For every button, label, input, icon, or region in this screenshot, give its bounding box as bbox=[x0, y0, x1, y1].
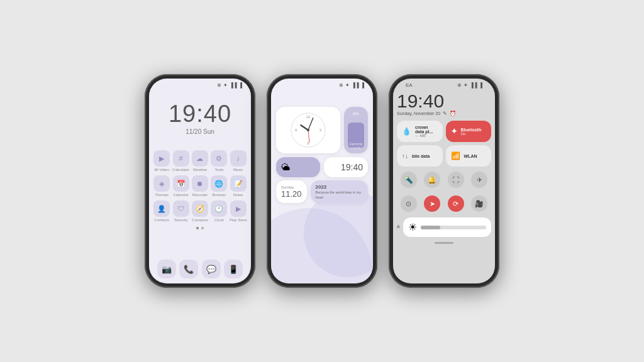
signal-icon-2: ✦ bbox=[345, 82, 350, 88]
cc-grid: 💧 crown data pl... — MB ✦ Bluetooth On bbox=[397, 121, 491, 167]
app-label: Mi Video bbox=[155, 168, 169, 172]
dnd-icon: ⊙ bbox=[406, 200, 411, 208]
lock-date: 11/20 Sun bbox=[149, 128, 251, 135]
wlan-label: WLAN bbox=[464, 154, 477, 158]
app-icon-clock: 🕐 bbox=[211, 200, 227, 217]
airplane-icon: ✈ bbox=[477, 176, 482, 184]
cc-tile-bluetooth[interactable]: ✦ Bluetooth On bbox=[446, 121, 492, 142]
battery-icon: ▐ bbox=[238, 82, 242, 88]
app-icon-playstore: ▶ bbox=[230, 200, 247, 217]
bt-icon-2: ⊕ bbox=[339, 82, 343, 88]
list-item[interactable]: 🧭 Compass bbox=[191, 200, 209, 222]
cc-bell-btn[interactable]: 🔔 bbox=[424, 172, 440, 188]
app-icon-themes: ◈ bbox=[153, 175, 170, 192]
list-item[interactable]: 📝 Notes bbox=[230, 175, 247, 197]
status-icons-1: ⊕ ✦ ▐▐ ▐ bbox=[217, 82, 242, 88]
app-label: Notes bbox=[233, 193, 243, 197]
mobile-data-icon: ↑↓ bbox=[402, 153, 408, 160]
battery-icon-3: ▐ bbox=[479, 82, 482, 88]
status-icons-2: ⊕ ✦ ▐▐ ▐ bbox=[339, 82, 364, 88]
dock-app-phone2[interactable]: 📱 bbox=[224, 260, 243, 278]
list-item[interactable]: 👤 Contacts bbox=[153, 200, 170, 222]
bell-icon: 🔔 bbox=[428, 176, 436, 184]
cc-icon-row-1: 🔦 🔔 ⛶ ✈ bbox=[397, 168, 491, 190]
brightness-control[interactable]: ☀ bbox=[403, 217, 491, 237]
signal-icon-3: ✦ bbox=[464, 82, 468, 88]
list-item[interactable]: 🕐 Clock bbox=[210, 200, 228, 222]
app-grid: ▶ Mi Video # Calculator ☁ Weather ⚙ Tool… bbox=[149, 144, 251, 222]
app-icon-calendar: 📅 bbox=[173, 175, 189, 192]
battery-pct: 80% bbox=[353, 112, 359, 116]
dot bbox=[201, 227, 204, 229]
cc-tile-wlan[interactable]: 📶 WLAN bbox=[446, 145, 492, 167]
svg-text:6: 6 bbox=[307, 141, 309, 145]
phone-2-screen: ⊕ ✦ ▐▐ ▐ 12 3 9 bbox=[271, 79, 373, 283]
phone-2: ⊕ ✦ ▐▐ ▐ 12 3 9 bbox=[267, 74, 377, 288]
network-icon-3: ▐▐ bbox=[470, 82, 477, 88]
svg-text:9: 9 bbox=[295, 128, 297, 132]
video-icon: 🎥 bbox=[475, 200, 484, 208]
dock-app-phone[interactable]: 📞 bbox=[179, 260, 198, 278]
network-icon: ▐▐ bbox=[230, 82, 236, 88]
app-label: Recorder bbox=[192, 193, 208, 197]
list-item[interactable]: ⚙ Tools bbox=[210, 150, 228, 172]
app-icon-security: 🛡 bbox=[173, 200, 189, 217]
phone-3-screen: EA ⊕ ✦ ▐▐ ▐ 19:40 Sunday, November 20 ✎ … bbox=[393, 79, 495, 283]
data-label: crown data pl... bbox=[415, 125, 438, 134]
app-label: Browser bbox=[212, 193, 226, 197]
app-label: Contacts bbox=[154, 218, 169, 222]
cc-location-btn[interactable]: ➤ bbox=[424, 195, 440, 212]
quote-widget: 2022 Because the world lives in my heart bbox=[311, 180, 368, 203]
time-widget: 19:40 bbox=[324, 157, 368, 177]
cc-screen-btn[interactable]: ⛶ bbox=[448, 172, 464, 188]
cc-time: 19:40 bbox=[397, 92, 491, 111]
homescreen: ⊕ ✦ ▐▐ ▐ 12 3 9 bbox=[271, 79, 373, 283]
edit-icon[interactable]: ✎ bbox=[443, 111, 447, 116]
list-item[interactable]: ♪ Music bbox=[230, 150, 247, 172]
location-icon: ➤ bbox=[430, 200, 435, 208]
bluetooth-cc-icon: ✦ bbox=[451, 127, 457, 136]
app-label: Calendar bbox=[173, 193, 188, 197]
cc-record-btn[interactable]: ⟳ bbox=[448, 195, 464, 212]
list-item[interactable]: # Calculator bbox=[172, 150, 189, 172]
list-item[interactable]: ☁ Weather bbox=[191, 150, 209, 172]
widget-row-1: 12 3 9 6 bbox=[276, 107, 368, 153]
app-label: Play Store bbox=[230, 218, 247, 222]
list-item[interactable]: ▶ Mi Video bbox=[153, 150, 170, 172]
list-item[interactable]: ◈ Themes bbox=[153, 175, 170, 197]
quote-text: Because the world lives in my heart bbox=[316, 190, 361, 199]
lock-time: 19:40 bbox=[149, 102, 251, 126]
app-icon-tools: ⚙ bbox=[211, 150, 227, 167]
date-num: 11.20 bbox=[281, 189, 302, 199]
cc-dnd-btn[interactable]: ⊙ bbox=[401, 195, 417, 212]
list-item[interactable]: 🛡 Security bbox=[172, 200, 189, 222]
dock-app-messages[interactable]: 💬 bbox=[202, 260, 221, 278]
list-item[interactable]: ⏺ Recorder bbox=[191, 175, 209, 197]
cc-bottom-bar bbox=[435, 242, 453, 244]
phone-1: ⊕ ✦ ▐▐ ▐ 19:40 11/20 Sun ▶ Mi Video # Ca… bbox=[145, 74, 255, 288]
list-item[interactable]: ▶ Play Store bbox=[230, 200, 247, 222]
data-icon: 💧 bbox=[402, 127, 411, 136]
home-time: 19:40 bbox=[341, 162, 363, 172]
app-label: Compass bbox=[192, 218, 208, 222]
cc-tile-info: crown data pl... — MB bbox=[415, 125, 438, 138]
weather-widget: 🌥 bbox=[276, 157, 320, 177]
list-item[interactable]: 🌐 Browser bbox=[210, 175, 228, 197]
svg-text:12: 12 bbox=[306, 115, 310, 119]
cc-tile-data[interactable]: 💧 crown data pl... — MB bbox=[397, 121, 443, 142]
bluetooth-sub: On bbox=[461, 132, 482, 136]
list-item[interactable]: 📅 Calendar bbox=[172, 175, 189, 197]
cc-flashlight-btn[interactable]: 🔦 bbox=[401, 172, 417, 188]
app-icon-weather: ☁ bbox=[192, 150, 208, 167]
brightness-icon: ☀ bbox=[408, 221, 417, 233]
cc-airplane-btn[interactable]: ✈ bbox=[471, 172, 487, 188]
cc-video-btn[interactable]: 🎥 bbox=[471, 195, 487, 212]
svg-point-8 bbox=[307, 129, 309, 131]
cc-date: Sunday, November 20 ✎ ⏰ bbox=[397, 111, 491, 116]
cc-tile-mobile[interactable]: ↑↓ bile data bbox=[397, 145, 443, 167]
dock-app-gallery[interactable]: 📷 bbox=[157, 260, 176, 278]
weather-icon: 🌥 bbox=[281, 162, 290, 172]
app-label: Weather bbox=[193, 168, 208, 172]
alarm-icon[interactable]: ⏰ bbox=[450, 111, 456, 116]
status-bar-1: ⊕ ✦ ▐▐ ▐ bbox=[149, 79, 251, 89]
